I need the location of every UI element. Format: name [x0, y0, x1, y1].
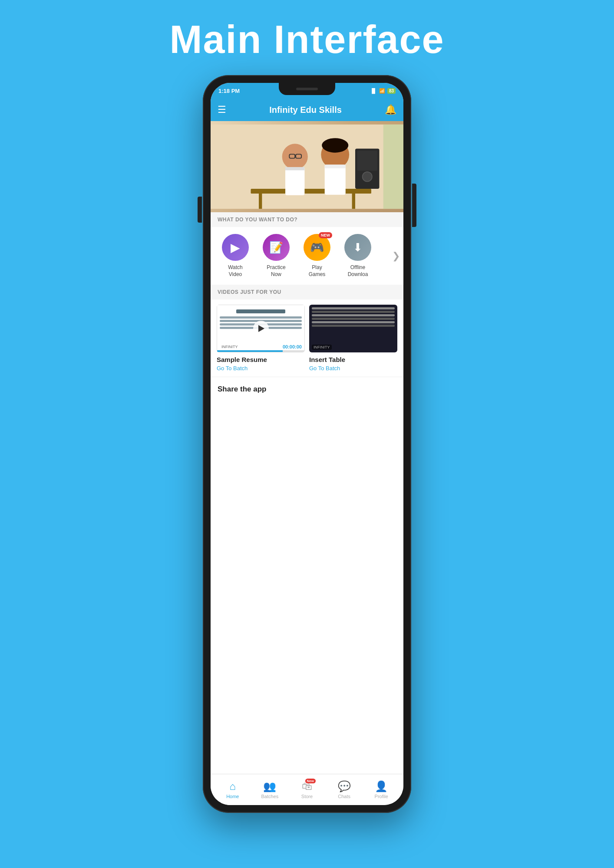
- status-time: 1:18 PM: [218, 88, 240, 94]
- table-line-2: [312, 311, 395, 313]
- batches-icon: 👥: [263, 780, 276, 792]
- video-card-resume[interactable]: 00:00:00 INFINITY Sample Resume Go To Ba…: [217, 305, 305, 372]
- table-line-3: [312, 314, 395, 316]
- table-line-1: [312, 307, 395, 309]
- speaker: [296, 88, 318, 90]
- svg-rect-12: [325, 164, 346, 194]
- battery-badge: 83: [387, 88, 396, 94]
- wifi-icon: 📶: [379, 88, 385, 94]
- table-line-5: [312, 321, 395, 323]
- chats-icon: 💬: [338, 780, 351, 792]
- share-title: Share the app: [218, 385, 266, 393]
- profile-icon: 👤: [375, 780, 388, 792]
- video-card-table[interactable]: INFINITY Insert Table Go To Batch: [309, 305, 397, 372]
- store-label: Store: [301, 794, 313, 799]
- resume-progress-fill: [217, 350, 283, 352]
- chats-label: Chats: [338, 794, 350, 799]
- svg-point-14: [322, 138, 348, 152]
- store-badge-wrap: 🛍 New: [302, 780, 312, 792]
- games-icon-wrap: NEW 🎮: [304, 234, 330, 261]
- action-offline-download[interactable]: ⬇ OfflineDownloa: [338, 234, 377, 278]
- what-section-header: WHAT DO YOU WANT TO DO?: [211, 212, 403, 227]
- nav-chats[interactable]: 💬 Chats: [329, 780, 360, 799]
- nav-store[interactable]: 🛍 New Store: [292, 780, 322, 799]
- svg-rect-13: [325, 164, 346, 168]
- resume-line-1: [220, 316, 302, 319]
- table-go-to-batch[interactable]: Go To Batch: [309, 365, 397, 372]
- offline-icon: ⬇: [353, 241, 363, 254]
- practice-icon-wrap: 📝: [263, 234, 290, 261]
- actions-scroll: ▶ WatchVideo 📝 PracticeNow NEW 🎮: [211, 234, 392, 278]
- hero-banner: [211, 121, 403, 212]
- table-video-title: Insert Table: [309, 356, 397, 363]
- offline-label: OfflineDownloa: [348, 264, 368, 278]
- table-line-6: [312, 325, 395, 327]
- bottom-nav: ⌂ Home 👥 Batches 🛍 New Store 💬 Chats 👤: [211, 774, 403, 805]
- resume-go-to-batch[interactable]: Go To Batch: [217, 365, 305, 372]
- table-infinity-logo: INFINITY: [312, 345, 332, 350]
- resume-time: 00:00:00: [283, 344, 302, 349]
- svg-rect-7: [285, 167, 304, 170]
- svg-point-17: [363, 172, 372, 181]
- svg-rect-4: [352, 194, 355, 209]
- watch-icon-wrap: ▶: [222, 234, 249, 261]
- status-icons: ▐▌ 📶 83: [370, 88, 396, 94]
- action-watch-video[interactable]: ▶ WatchVideo: [216, 234, 255, 278]
- offline-icon-wrap: ⬇: [344, 234, 371, 261]
- bell-icon[interactable]: 🔔: [385, 104, 396, 115]
- profile-label: Profile: [375, 794, 388, 799]
- signal-icon: ▐▌: [370, 88, 377, 93]
- svg-rect-2: [251, 189, 372, 194]
- svg-rect-3: [259, 194, 262, 209]
- store-new-badge: New: [305, 779, 316, 783]
- phone-shell: 1:18 PM ▐▌ 📶 83 ☰ Infinity Edu Skills 🔔: [203, 75, 411, 813]
- table-thumb: INFINITY: [309, 305, 397, 352]
- practice-icon: 📝: [269, 241, 283, 254]
- status-bar: 1:18 PM ▐▌ 📶 83: [211, 83, 403, 99]
- new-badge: NEW: [319, 232, 332, 238]
- resume-progress: [217, 350, 304, 352]
- videos-section: 00:00:00 INFINITY Sample Resume Go To Ba…: [211, 299, 403, 774]
- watch-label: WatchVideo: [228, 264, 243, 278]
- games-icon: 🎮: [310, 241, 324, 254]
- nav-home[interactable]: ⌂ Home: [218, 780, 248, 799]
- resume-play-btn[interactable]: [253, 321, 269, 336]
- practice-label: PracticeNow: [267, 264, 285, 278]
- menu-icon[interactable]: ☰: [218, 104, 226, 115]
- svg-rect-16: [357, 151, 377, 171]
- watch-icon: ▶: [231, 240, 240, 255]
- play-triangle: [258, 325, 264, 332]
- resume-title-line: [236, 309, 285, 313]
- phone-inner: 1:18 PM ▐▌ 📶 83 ☰ Infinity Edu Skills 🔔: [211, 83, 403, 805]
- share-section: Share the app: [211, 377, 403, 398]
- quick-actions: ▶ WatchVideo 📝 PracticeNow NEW 🎮: [211, 227, 403, 285]
- scroll-right-chevron[interactable]: ❯: [392, 250, 403, 262]
- notch: [279, 83, 335, 95]
- table-line-4: [312, 318, 395, 320]
- page-title: Main Interface: [169, 17, 444, 62]
- resume-video-title: Sample Resume: [217, 356, 305, 363]
- home-label: Home: [226, 794, 239, 799]
- resume-thumb: 00:00:00 INFINITY: [217, 305, 305, 352]
- nav-profile[interactable]: 👤 Profile: [366, 780, 396, 799]
- app-bar: ☰ Infinity Edu Skills 🔔: [211, 99, 403, 121]
- infinity-logo: INFINITY: [220, 344, 240, 349]
- svg-rect-6: [285, 167, 304, 195]
- games-label: PlayGames: [309, 264, 326, 278]
- batches-label: Batches: [261, 794, 279, 799]
- home-icon: ⌂: [230, 780, 236, 792]
- action-play-games[interactable]: NEW 🎮 PlayGames: [297, 234, 337, 278]
- video-cards: 00:00:00 INFINITY Sample Resume Go To Ba…: [211, 299, 403, 377]
- videos-section-header: VIDEOS JUST FOR YOU: [211, 285, 403, 299]
- svg-rect-18: [383, 125, 403, 209]
- app-title: Infinity Edu Skills: [233, 105, 378, 115]
- nav-batches[interactable]: 👥 Batches: [254, 780, 285, 799]
- action-practice-now[interactable]: 📝 PracticeNow: [257, 234, 296, 278]
